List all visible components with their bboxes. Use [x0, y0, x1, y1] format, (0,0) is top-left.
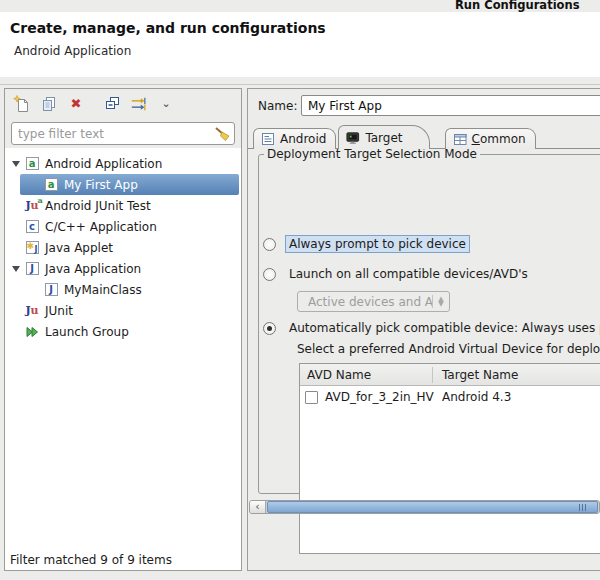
avd-name-cell: AVD_for_3_2in_HV	[325, 390, 434, 404]
window-titlebar: Run Configurations	[0, 0, 600, 12]
expand-arrow-placeholder	[8, 198, 24, 214]
tab-android[interactable]: Android	[253, 128, 336, 149]
filter-status-text: Filter matched 9 of 9 items	[10, 553, 172, 567]
java-applet-icon: ✱J	[24, 240, 40, 255]
java-app-icon: J	[24, 261, 40, 276]
junit-icon: Ju	[24, 303, 40, 318]
tree-item-junit[interactable]: JuJUnit	[5, 300, 241, 321]
scrollbar-thumb[interactable]	[267, 501, 598, 513]
menu-chevron-icon[interactable]: ⌄	[157, 95, 175, 113]
table-row-avd-for-3-2in-hv[interactable]: AVD_for_3_2in_HVAndroid 4.3	[300, 387, 600, 408]
column-divider[interactable]	[432, 367, 433, 383]
new-configuration-icon[interactable]	[13, 95, 31, 113]
android-tab-icon	[261, 133, 275, 146]
tree-item-launch-group[interactable]: Launch Group	[5, 321, 241, 342]
run-configurations-dialog: Run Configurations Create, manage, and r…	[0, 0, 600, 580]
tree-item-label: Java Application	[45, 262, 141, 276]
android-app-icon: a	[43, 177, 59, 192]
dialog-header: Create, manage, and run configurations A…	[0, 12, 600, 77]
filter-input[interactable]	[18, 125, 203, 142]
delete-configuration-icon[interactable]: ✖	[67, 95, 85, 113]
common-tab-icon	[453, 133, 467, 146]
radio-option-automatically-pick-compatible-[interactable]: Automatically pick compatible device: Al…	[263, 317, 600, 339]
tree-item-label: Android Application	[45, 157, 162, 171]
scrollbar-left-arrow[interactable]: ‹	[250, 501, 266, 513]
tree-item-label: C/C++ Application	[45, 220, 157, 234]
column-header-avd-name[interactable]: AVD Name	[307, 364, 371, 386]
combo-value: Active devices and AVD's	[298, 295, 432, 309]
header-divider	[0, 84, 600, 85]
tab-label: Android	[280, 132, 326, 146]
radio-option-always-prompt-to-pick-device[interactable]: Always prompt to pick device	[263, 233, 470, 255]
avd-prompt-label: Select a preferred Android Virtual Devic…	[297, 342, 600, 356]
tree-item-label: MyMainClass	[64, 283, 142, 297]
tree-item-c-c-application[interactable]: cC/C++ Application	[5, 216, 241, 237]
name-label: Name:	[258, 99, 297, 113]
expand-arrow-placeholder	[8, 240, 24, 256]
radio-button[interactable]	[263, 238, 276, 251]
horizontal-scrollbar[interactable]: ‹	[249, 500, 600, 514]
page-subtitle: Android Application	[14, 44, 131, 58]
avd-table-header: AVD NameTarget Name	[300, 364, 600, 386]
tab-common[interactable]: Common	[445, 128, 536, 149]
collapse-all-icon[interactable]	[103, 95, 121, 113]
radio-label: Always prompt to pick device	[285, 235, 470, 253]
filter-box	[11, 122, 235, 145]
tab-bar: AndroidTargetCommon	[253, 125, 536, 149]
avd-checkbox[interactable]	[305, 391, 318, 404]
cpp-app-icon: c	[24, 219, 40, 234]
group-title: Deployment Target Selection Mode	[264, 147, 480, 161]
configuration-detail-panel: Name: AndroidTargetCommon Deployment Tar…	[247, 88, 600, 571]
tree-item-android-application[interactable]: aAndroid Application	[5, 153, 241, 174]
radio-label: Launch on all compatible devices/AVD's	[285, 265, 532, 283]
expand-arrow-placeholder	[8, 219, 24, 235]
tree-item-label: Launch Group	[45, 325, 129, 339]
duplicate-configuration-icon[interactable]	[40, 95, 58, 113]
tab-label: Target	[365, 131, 402, 145]
name-input[interactable]	[301, 95, 600, 116]
radio-option-launch-on-all-compatible-devic[interactable]: Launch on all compatible devices/AVD's	[263, 263, 532, 285]
launch-group-icon	[24, 324, 40, 339]
expand-arrow-icon[interactable]	[8, 261, 24, 277]
java-class-icon: J	[43, 282, 59, 297]
tree-item-java-application[interactable]: JJava Application	[5, 258, 241, 279]
page-title: Create, manage, and run configurations	[10, 20, 326, 36]
tree-item-android-junit-test[interactable]: JuaAndroid JUnit Test	[5, 195, 241, 216]
android-junit-icon: Jua	[24, 198, 40, 213]
target-name-cell: Android 4.3	[442, 390, 511, 404]
scrollbar-grip-icon	[579, 504, 586, 511]
expand-arrow-placeholder	[8, 324, 24, 340]
expand-arrow-placeholder	[8, 303, 24, 319]
expand-arrow-icon[interactable]	[8, 156, 24, 172]
tab-label: Common	[472, 132, 526, 146]
configurations-tree: aAndroid ApplicationaMy First AppJuaAndr…	[5, 148, 241, 552]
configurations-sidebar: ✖⌄ aAndroid ApplicationaMy First AppJuaA…	[4, 88, 242, 571]
tab-target[interactable]: Target	[338, 125, 429, 149]
tree-item-label: Android JUnit Test	[45, 199, 151, 213]
target-tab-icon	[346, 131, 360, 144]
column-header-target-name[interactable]: Target Name	[442, 364, 518, 386]
device-state-combo: Active devices and AVD's ▲▼	[297, 291, 450, 312]
tree-item-label: My First App	[64, 178, 138, 192]
tree-item-label: JUnit	[45, 304, 73, 318]
clear-filter-icon[interactable]	[213, 125, 231, 143]
sidebar-toolbar: ✖⌄	[13, 93, 175, 115]
combo-spinner-icon: ▲▼	[433, 297, 449, 307]
radio-button[interactable]	[263, 322, 276, 335]
avd-table: AVD NameTarget Name AVD_for_3_2in_HVAndr…	[299, 363, 600, 554]
android-app-icon: a	[24, 156, 40, 171]
window-title: Run Configurations	[455, 0, 580, 12]
radio-label: Automatically pick compatible device: Al…	[285, 319, 600, 337]
tree-item-my-first-app[interactable]: aMy First App	[5, 174, 241, 195]
expand-arrow-placeholder	[27, 282, 43, 298]
tree-item-java-applet[interactable]: ✱JJava Applet	[5, 237, 241, 258]
filter-launch-configurations-icon[interactable]	[130, 95, 148, 113]
radio-button[interactable]	[263, 268, 276, 281]
tree-item-mymainclass[interactable]: JMyMainClass	[5, 279, 241, 300]
tree-item-label: Java Applet	[45, 241, 113, 255]
